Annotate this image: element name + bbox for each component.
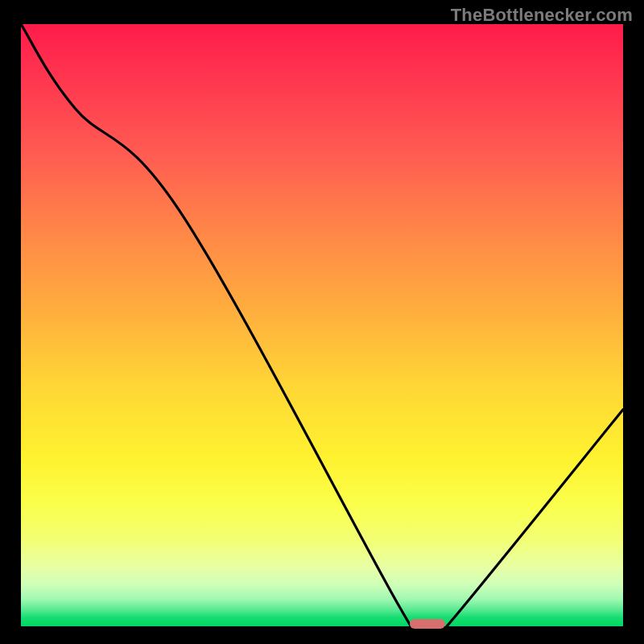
bottleneck-curve: [21, 24, 623, 626]
optimal-range-marker: [410, 619, 446, 629]
chart-container: TheBottlenecker.com: [0, 0, 644, 644]
attribution-label: TheBottlenecker.com: [451, 5, 633, 26]
plot-area: [21, 24, 623, 626]
